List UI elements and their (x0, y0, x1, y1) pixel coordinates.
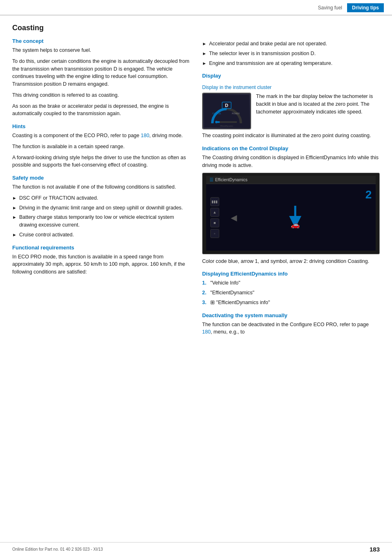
bullet-arrow-icon: ► (12, 195, 17, 202)
page-header: Saving fuel Driving tips (0, 0, 392, 16)
safety-intro: The function is not available if one of … (12, 183, 190, 191)
list-item: ► Accelerator pedal and brake pedal are … (202, 40, 380, 48)
control-display-description: The Coasting driving condition is displa… (202, 154, 380, 169)
list-item: ► Engine and transmission are at operati… (202, 60, 380, 67)
control-display-caption: Color code blue, arrow 1, and symbol, ar… (202, 258, 380, 265)
section-title-hints: Hints (12, 123, 190, 129)
cd-arrow-number-2: 2 (365, 188, 372, 201)
section-title-instrument: Display in the instrument cluster (202, 85, 380, 90)
func-bullet-2: The selector lever is in transmission po… (209, 50, 316, 58)
page-title: Coasting (12, 24, 190, 32)
concept-para-3: This driving condition is referred to as… (12, 91, 190, 99)
instrument-cluster-image: D CHARGE POWER EfficientDynamics (202, 93, 251, 129)
bullet-arrow-icon: ► (202, 60, 207, 67)
cd-info-icon: ■ (210, 218, 219, 227)
safety-bullet-4: Cruise control activated. (19, 231, 74, 239)
coasting-indicator-text: The coasting point indicator is illumina… (202, 132, 380, 140)
section-title-display: Display (202, 73, 380, 79)
section-title-efficient-dynamics: Displaying EfficientDynamics info (202, 271, 380, 277)
hints-para-1: Coasting is a component of the ECO PRO, … (12, 132, 190, 140)
hints-page-link[interactable]: 180 (141, 133, 149, 138)
cd-grid-icon: ▫ (210, 229, 219, 238)
concept-para-4: As soon as the brake or accelerator peda… (12, 102, 190, 118)
cd-body-area: ▮▮▮ ▲ ■ ▫ (206, 184, 376, 250)
cd-left-panel: ▮▮▮ ▲ ■ ▫ (210, 197, 219, 238)
list-item: ► Driving in the dynamic limit range and… (12, 204, 190, 212)
control-display-screen: ☰ EfficientDynamics ▮▮▮ ▲ ■ (206, 176, 376, 250)
svg-text:CHARGE: CHARGE (212, 112, 221, 115)
cd-left-nav-arrow: ◀ (231, 213, 237, 222)
safety-bullet-1: DSC OFF or TRACTION activated. (19, 194, 98, 202)
cd-coasting-arrow: 🚗 (279, 204, 312, 229)
svg-text:D: D (225, 103, 228, 108)
coasting-arrow-svg: 🚗 (279, 204, 312, 228)
ed-item-3: ⊞ "EfficientDynamics info" (210, 299, 270, 307)
page-footer: Online Edition for Part no. 01 40 2 926 … (0, 542, 392, 556)
page-number: 183 (370, 546, 380, 553)
section-title-safety: Safety mode (12, 175, 190, 181)
hints-para-2: The function is available in a certain s… (12, 143, 190, 151)
concept-para-2: To do this, under certain conditions the… (12, 58, 190, 88)
list-item: 1. "Vehicle Info" (202, 279, 380, 287)
ed-item-1: "Vehicle Info" (210, 279, 241, 287)
cd-header-bar: ☰ EfficientDynamics (206, 176, 376, 184)
func-bullet-3: Engine and transmission are at operating… (209, 60, 332, 67)
section-title-deactivating: Deactivating the system manually (202, 312, 380, 318)
list-item: ► Battery charge status temporarily too … (12, 214, 190, 229)
list-item: ► Cruise control activated. (12, 231, 190, 239)
main-content: Coasting The concept The system helps to… (0, 16, 392, 347)
section-title-concept: The concept (12, 38, 190, 44)
list-num-2: 2. (202, 289, 208, 297)
cd-bar-chart-icon: ▮▮▮ (210, 197, 219, 206)
list-item: 3. ⊞ "EfficientDynamics info" (202, 299, 380, 307)
efficient-dynamics-icon: ☰ (209, 177, 214, 182)
instrument-display: D CHARGE POWER EfficientDynamics (203, 93, 250, 129)
section-title-functional: Functional requirements (12, 245, 190, 251)
control-display-image: ☰ EfficientDynamics ▮▮▮ ▲ ■ (202, 173, 380, 254)
svg-text:POWER: POWER (232, 112, 240, 115)
svg-text:🚗: 🚗 (291, 220, 300, 228)
svg-point-7 (215, 121, 218, 123)
concept-para-1: The system helps to conserve fuel. (12, 47, 190, 54)
list-item: ► The selector lever is in transmission … (202, 50, 380, 58)
list-item: ► DSC OFF or TRACTION activated. (12, 194, 190, 202)
bullet-arrow-icon: ► (12, 214, 17, 221)
cd-header-label: EfficientDynamics (215, 178, 247, 182)
functional-intro: In ECO PRO mode, this function is availa… (12, 253, 190, 276)
cd-icon-row-4: ▫ (210, 229, 219, 238)
instrument-cluster-area: D CHARGE POWER EfficientDynamics (202, 93, 380, 132)
cd-icon-row-1: ▮▮▮ (210, 197, 219, 206)
safety-bullet-3: Battery charge status temporarily too lo… (19, 214, 190, 229)
left-column: Coasting The concept The system helps to… (12, 24, 190, 339)
bullet-arrow-icon: ► (202, 50, 207, 57)
hints-para-3: A forward-looking driving style helps th… (12, 154, 190, 169)
cd-nav-icon: ▲ (210, 208, 219, 217)
section-title-control-display: Indications on the Control Display (202, 145, 380, 151)
deactivating-description: The function can be deactivated in the C… (202, 321, 380, 336)
deactivating-page-link[interactable]: 180 (202, 329, 211, 335)
bullet-arrow-icon: ► (12, 205, 17, 211)
safety-bullet-list: ► DSC OFF or TRACTION activated. ► Drivi… (12, 194, 190, 239)
functional-bullet-list: ► Accelerator pedal and brake pedal are … (202, 40, 380, 67)
header-driving-tips: Driving tips (347, 3, 384, 12)
bullet-arrow-icon: ► (12, 231, 17, 238)
header-saving-fuel[interactable]: Saving fuel (313, 3, 347, 12)
list-num-3: 3. (202, 299, 208, 307)
tachometer-svg: D CHARGE POWER EfficientDynamics (204, 95, 249, 127)
func-bullet-1: Accelerator pedal and brake pedal are no… (209, 40, 327, 48)
bullet-arrow-icon: ► (202, 40, 207, 47)
list-item: 2. "EfficientDynamics" (202, 289, 380, 297)
list-num-1: 1. (202, 279, 208, 287)
right-column: ► Accelerator pedal and brake pedal are … (202, 24, 380, 339)
cd-car-area: ◀ (219, 204, 372, 231)
cd-icon-row-2: ▲ (210, 208, 219, 217)
ed-item-2: "EfficientDynamics" (210, 289, 254, 297)
safety-bullet-2: Driving in the dynamic limit range and o… (19, 204, 183, 212)
svg-text:EfficientDynamics: EfficientDynamics (220, 125, 233, 127)
cd-icon-row-3: ■ (210, 218, 219, 227)
footer-edition-text: Online Edition for Part no. 01 40 2 926 … (12, 547, 103, 552)
efficient-dynamics-list: 1. "Vehicle Info" 2. "EfficientDynamics"… (202, 279, 380, 306)
